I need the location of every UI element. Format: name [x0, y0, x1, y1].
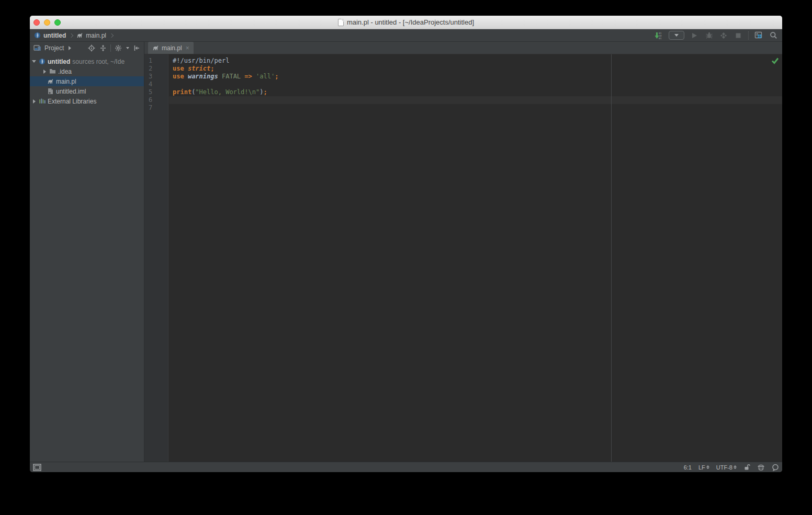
navigation-bar: untitled main.pl 011001 [30, 29, 782, 42]
project-panel-header: Project [30, 42, 144, 54]
project-tree: untitled sources root, ~/Ide .idea main.… [30, 54, 144, 106]
title-bar[interactable]: main.pl - untitled - [~/IdeaProjects/unt… [30, 16, 782, 29]
module-file-icon [47, 88, 54, 95]
toolwindow-toggle-icon[interactable] [33, 463, 41, 472]
line-separator-widget[interactable]: LF [698, 464, 709, 471]
caret-position-widget[interactable]: 6:1 [684, 464, 692, 471]
traffic-lights [33, 19, 61, 26]
line-number-gutter[interactable]: 1234567 [144, 54, 168, 462]
stop-icon[interactable] [734, 31, 743, 40]
project-structure-icon[interactable] [754, 31, 763, 40]
ide-window: main.pl - untitled - [~/IdeaProjects/unt… [30, 16, 782, 472]
toolbar-separator [748, 31, 749, 40]
tree-item-external-libraries[interactable]: External Libraries [30, 96, 144, 106]
zoom-window-button[interactable] [54, 19, 61, 26]
chevron-down-icon[interactable] [31, 60, 37, 63]
chevron-right-icon[interactable] [67, 46, 72, 50]
close-tab-icon[interactable]: × [185, 45, 189, 51]
editor-tab-bar: main.pl × [144, 42, 782, 54]
run-icon[interactable] [690, 31, 699, 40]
perl-camel-icon [47, 78, 54, 85]
code-line[interactable] [173, 104, 782, 112]
breadcrumb-project[interactable]: untitled [43, 32, 66, 39]
perl-camel-icon [76, 32, 83, 39]
encoding-widget[interactable]: UTF-8 [716, 464, 737, 471]
perl-camel-icon [152, 44, 159, 51]
folder-icon [49, 68, 56, 75]
code-line[interactable]: use strict; [173, 65, 782, 73]
panel-header-separator [110, 44, 111, 52]
code-line[interactable]: use warnings FATAL => 'all'; [173, 73, 782, 81]
event-log-icon[interactable] [772, 464, 779, 471]
line-number[interactable]: 3 [149, 73, 168, 81]
close-window-button[interactable] [33, 19, 40, 26]
breadcrumb-file[interactable]: main.pl [86, 32, 106, 39]
line-number[interactable]: 2 [149, 65, 168, 73]
line-number[interactable]: 7 [149, 104, 168, 112]
line-number[interactable]: 5 [149, 88, 168, 96]
editor-area: main.pl × 1234567 #!/usr/bin/perluse str… [144, 42, 782, 462]
lock-icon[interactable] [743, 464, 750, 471]
chevron-right-icon [69, 33, 73, 37]
chevron-down-icon [674, 34, 679, 37]
code-line[interactable] [173, 96, 782, 104]
updown-arrows-icon [706, 465, 709, 469]
perl-onion-icon [34, 32, 41, 39]
search-everywhere-icon[interactable] [769, 31, 778, 40]
hide-panel-icon[interactable] [132, 44, 141, 52]
main-toolbar: 011001 [654, 31, 778, 40]
status-bar: 6:1 LF UTF-8 [30, 462, 782, 472]
locate-icon[interactable] [87, 44, 96, 52]
right-margin-guide [611, 54, 612, 462]
coverage-icon[interactable] [719, 31, 728, 40]
tree-item-idea-folder[interactable]: .idea [30, 66, 144, 76]
tree-item-main-pl[interactable]: main.pl [30, 76, 144, 86]
line-number[interactable]: 6 [149, 96, 168, 104]
vcs-update-icon[interactable]: 011001 [654, 31, 663, 40]
code-line[interactable]: print("Hello, World!\n"); [173, 88, 782, 96]
minimize-window-button[interactable] [44, 19, 50, 26]
breadcrumb: untitled main.pl [34, 32, 114, 39]
perl-onion-icon [39, 58, 46, 65]
code-line[interactable]: #!/usr/bin/perl [173, 57, 782, 65]
code-editor[interactable]: 1234567 #!/usr/bin/perluse strict;use wa… [144, 54, 782, 462]
run-configuration-select[interactable] [669, 31, 684, 40]
hector-inspector-icon[interactable] [757, 464, 765, 471]
code-line[interactable] [173, 81, 782, 88]
tree-item-untitled-iml[interactable]: untitled.iml [30, 86, 144, 96]
debug-icon[interactable] [704, 31, 714, 40]
line-number[interactable]: 1 [149, 57, 168, 65]
window-title: main.pl - untitled - [~/IdeaProjects/unt… [347, 18, 474, 26]
code-content[interactable]: #!/usr/bin/perluse strict;use warnings F… [169, 54, 782, 112]
tree-item-untitled-root[interactable]: untitled sources root, ~/Ide [30, 56, 144, 66]
project-panel-title[interactable]: Project [44, 44, 64, 52]
tab-main-pl[interactable]: main.pl × [148, 42, 194, 54]
project-toolwindow-icon[interactable] [33, 44, 41, 52]
chevron-right-icon [109, 33, 114, 37]
updown-arrows-icon [734, 465, 737, 469]
line-number[interactable]: 4 [149, 81, 168, 88]
collapse-all-icon[interactable] [99, 44, 107, 52]
chevron-down-icon[interactable] [126, 47, 129, 49]
libraries-icon [39, 98, 46, 105]
chevron-right-icon[interactable] [42, 70, 47, 74]
project-panel: Project [30, 42, 144, 462]
svg-text:01: 01 [659, 37, 662, 40]
document-icon [338, 19, 344, 26]
gear-icon[interactable] [114, 44, 122, 52]
no-problems-check-icon[interactable] [771, 57, 779, 66]
chevron-right-icon[interactable] [31, 99, 37, 104]
